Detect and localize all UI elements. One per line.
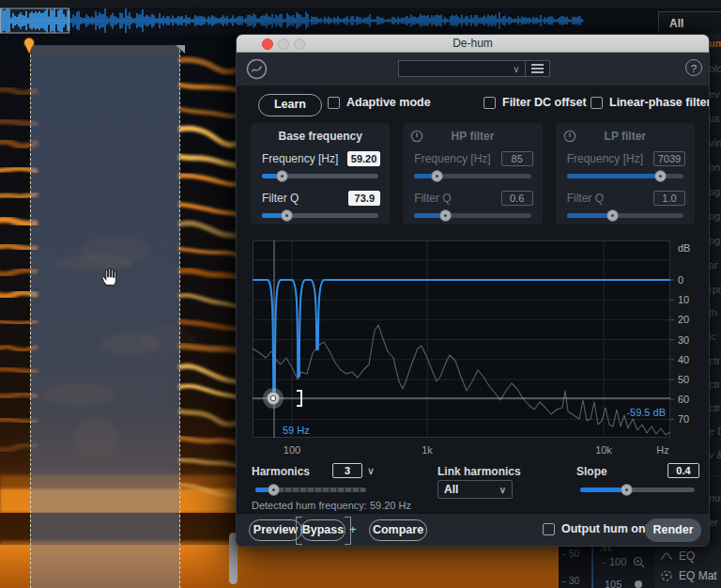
lp-filter-panel: LP filter Frequency [Hz] 7039 Filter Q 1… (556, 123, 695, 224)
module-list-item-fragment[interactable]: um (709, 38, 721, 49)
transport-footer: Preview Bypass + Compare Output hum only… (237, 513, 709, 547)
preset-menu-button[interactable] (526, 64, 549, 73)
slider-knob[interactable] (621, 484, 633, 496)
linear-phase-checkbox[interactable] (591, 97, 603, 109)
frequency-slider[interactable] (414, 170, 530, 181)
module-list-item-fragment[interactable]: v & (709, 449, 721, 460)
filter-q-slider[interactable] (414, 209, 530, 221)
izotope-logo-icon (246, 58, 268, 80)
module-list-item-fragment[interactable]: ons (709, 162, 721, 173)
rx-application: All umoloevusvinonsogrogrograrrpothicctr… (0, 0, 721, 588)
selection-header-bar (30, 47, 178, 54)
filter-dc-offset-label: Filter DC offset (502, 96, 587, 109)
learn-button[interactable]: Learn (258, 94, 322, 116)
module-list-item-fragment[interactable]: ctr (709, 355, 720, 366)
filter-dc-offset-checkbox[interactable] (483, 97, 496, 109)
svg-text:dB: dB (678, 242, 690, 254)
module-list-item-fragment[interactable]: th (709, 307, 717, 318)
learn-row: Learn Adaptive mode Filter DC offset Lin… (237, 93, 709, 117)
preset-selector[interactable]: ∨ (398, 60, 550, 77)
dehum-window: De-hum ∨ ? Learn Adaptive mode (236, 34, 710, 547)
module-list-item-fragment[interactable]: e D (709, 426, 721, 437)
slope-value[interactable]: 0.4 (667, 463, 699, 478)
output-hum-only-checkbox[interactable] (543, 523, 555, 535)
amp-tick: 50 (569, 549, 579, 559)
link-harmonics-label: Link harmonics (437, 465, 521, 478)
frequency-value[interactable]: 59.20 (347, 151, 381, 166)
frequency-slider[interactable] (567, 170, 683, 181)
module-list-item-fragment[interactable]: ctr (709, 402, 720, 413)
slope-slider[interactable] (580, 484, 695, 495)
module-list-item-fragment[interactable]: ogr (709, 235, 721, 246)
filter-panels: Base frequency Frequency [Hz] 59.20 Filt… (251, 123, 695, 224)
module-list-item-fragment[interactable]: olo (709, 63, 721, 74)
filter-q-slider[interactable] (567, 209, 683, 221)
module-list-item-fragment[interactable]: vin (709, 137, 721, 148)
module-list-item-fragment[interactable]: nut (709, 492, 721, 503)
time-selection-region[interactable] (30, 45, 180, 588)
preview-button[interactable]: Preview (249, 519, 302, 541)
module-list-item-fragment[interactable]: er (709, 517, 718, 528)
svg-text:59 Hz: 59 Hz (283, 425, 310, 436)
waveform-overview[interactable] (0, 8, 721, 34)
filter-q-value[interactable]: 73.9 (348, 191, 380, 206)
adaptive-mode-option[interactable]: Adaptive mode (328, 96, 431, 109)
svg-text:0: 0 (678, 274, 683, 286)
channel-range-value: All (669, 17, 683, 30)
output-hum-only-option[interactable]: Output hum only (543, 522, 655, 535)
selection-edge-handle-icon[interactable] (176, 45, 186, 54)
frequency-value[interactable]: 7039 (653, 151, 685, 166)
module-list-item-fragment[interactable]: ev (709, 88, 720, 100)
module-item-eq-match[interactable]: EQ Mat (660, 569, 717, 582)
module-list-item-fragment[interactable]: ogr (709, 186, 721, 197)
module-list-item-fragment[interactable]: ctr (709, 379, 720, 390)
freq-ruler-value2: 105 (605, 579, 621, 588)
slider-knob[interactable] (281, 209, 293, 222)
svg-text:40: 40 (678, 354, 689, 365)
channel-range-selector[interactable]: All (658, 11, 721, 35)
linear-phase-label: Linear-phase filters (609, 96, 710, 109)
frequency-slider[interactable] (262, 170, 378, 181)
frequency-value[interactable]: 85 (501, 151, 533, 166)
module-item-label: EQ Mat (679, 569, 717, 582)
link-harmonics-dropdown[interactable]: All ∨ (437, 480, 513, 499)
filter-q-value[interactable]: 0.6 (501, 191, 533, 206)
module-list-item-fragment[interactable]: ar (709, 259, 718, 271)
linear-phase-option[interactable]: Linear-phase filters (591, 96, 710, 109)
chevron-down-icon[interactable]: ∨ (367, 465, 375, 477)
render-button[interactable]: Render (645, 518, 701, 542)
frequency-label: Frequency [Hz] (567, 152, 643, 165)
module-list-item-fragment[interactable]: rpo (709, 284, 721, 295)
window-title: De-hum (237, 37, 709, 50)
slider-knob[interactable] (606, 209, 619, 222)
module-item-eq[interactable]: EQ (660, 549, 695, 563)
module-list-item-fragment[interactable]: us (709, 113, 720, 124)
eq-match-icon (660, 569, 673, 582)
slider-knob[interactable] (654, 170, 667, 182)
filter-response-graph[interactable]: 59 Hz-59.5 dBdB0102030405060701001k10kHz (253, 240, 709, 458)
slider-knob[interactable] (268, 484, 280, 496)
playhead-pin-icon[interactable] (23, 38, 36, 54)
svg-text:100: 100 (284, 444, 300, 456)
ruler-knob[interactable] (635, 580, 642, 588)
help-button[interactable]: ? (685, 59, 702, 76)
slider-knob[interactable] (276, 170, 288, 182)
module-list-item-fragment[interactable]: ogr (709, 210, 721, 222)
window-titlebar[interactable]: De-hum (237, 35, 709, 53)
filter-dc-offset-option[interactable]: Filter DC offset (483, 96, 587, 109)
panel-title: HP filter (403, 130, 542, 143)
compare-button[interactable]: Compare (369, 519, 427, 541)
filter-q-value[interactable]: 1.0 (653, 191, 685, 206)
panel-title: LP filter (556, 130, 695, 143)
slider-knob[interactable] (431, 170, 443, 182)
adaptive-mode-checkbox[interactable] (328, 97, 340, 109)
harmonics-value[interactable]: 3 (332, 463, 362, 478)
module-list-item-fragment[interactable]: ic (709, 331, 716, 342)
hand-cursor (99, 266, 119, 286)
bypass-add-label[interactable]: + (349, 522, 357, 536)
slider-knob[interactable] (439, 209, 452, 222)
harmonics-slider[interactable] (255, 484, 366, 495)
filter-q-slider[interactable] (262, 209, 378, 221)
bypass-button[interactable]: Bypass (300, 519, 345, 541)
zoom-in-icon[interactable] (633, 556, 646, 569)
